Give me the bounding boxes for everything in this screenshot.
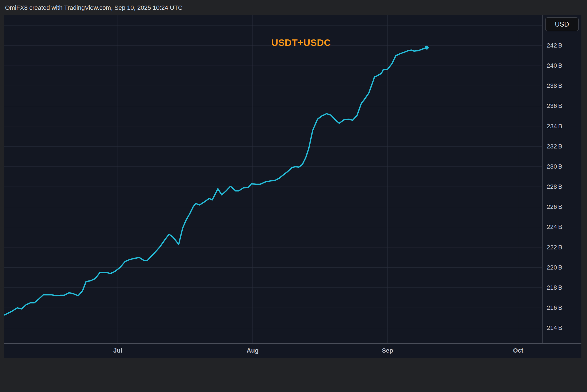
price-axis-label: 214 B bbox=[547, 324, 562, 332]
price-axis-label: 224 B bbox=[547, 223, 562, 231]
price-axis-label: 236 B bbox=[547, 102, 562, 110]
series-line bbox=[5, 48, 427, 315]
chart-panel: USDT+USDC JulAugSepOct USD 214 B216 B218… bbox=[4, 15, 581, 358]
price-axis-label: 218 B bbox=[547, 284, 562, 291]
time-axis-label: Aug bbox=[247, 344, 259, 358]
header-bar: OmiFX8 created with TradingView.com, Sep… bbox=[0, 0, 587, 15]
price-axis-label: 230 B bbox=[547, 163, 562, 170]
time-axis-label: Jul bbox=[113, 344, 122, 358]
price-axis-label: 222 B bbox=[547, 244, 562, 251]
currency-toggle-button[interactable]: USD bbox=[545, 17, 579, 31]
time-axis-label: Oct bbox=[513, 344, 523, 358]
footer-bar: TradingView bbox=[0, 358, 587, 392]
price-axis-label: 242 B bbox=[547, 42, 562, 49]
time-axis-label: Sep bbox=[382, 344, 393, 358]
price-axis-label: 220 B bbox=[547, 264, 562, 271]
price-axis[interactable]: USD 214 B216 B218 B220 B222 B224 B226 B2… bbox=[542, 15, 581, 343]
price-chart[interactable] bbox=[4, 15, 542, 343]
price-axis-label: 234 B bbox=[547, 123, 562, 130]
price-axis-label: 226 B bbox=[547, 203, 562, 211]
series-label: USDT+USDC bbox=[267, 37, 335, 48]
price-axis-label: 240 B bbox=[547, 62, 562, 69]
price-axis-label: 228 B bbox=[547, 183, 562, 190]
last-price-dot bbox=[425, 46, 429, 49]
price-axis-label: 238 B bbox=[547, 82, 562, 89]
time-axis[interactable]: JulAugSepOct bbox=[4, 343, 581, 358]
price-axis-label: 232 B bbox=[547, 143, 562, 150]
tradingview-snapshot: OmiFX8 created with TradingView.com, Sep… bbox=[0, 0, 587, 392]
price-axis-label: 216 B bbox=[547, 304, 562, 311]
attribution-text: OmiFX8 created with TradingView.com, Sep… bbox=[5, 0, 182, 16]
